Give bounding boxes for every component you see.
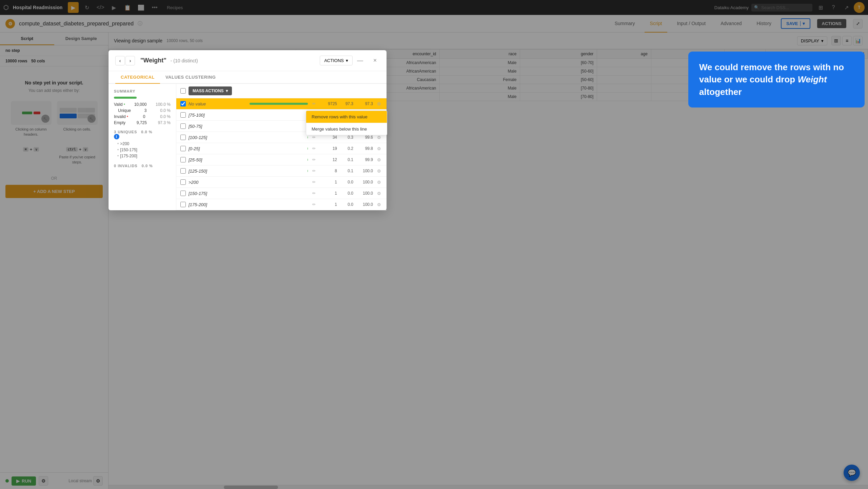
unique-val-3: [175-200]: [114, 153, 171, 159]
value-gear-7[interactable]: ⚙: [376, 179, 382, 185]
modal-title: "Weight": [140, 57, 166, 64]
valid-pct: 100.0 %: [156, 102, 171, 107]
invalids-title: 0 INVALIDS: [114, 164, 138, 168]
value-row-8: [150-175] ✏ 1 0.0 100.0 ⚙: [176, 188, 387, 199]
invalid-count: 0: [143, 114, 145, 119]
empty-label: Empty: [114, 120, 125, 125]
value-gear-5[interactable]: ⚙: [376, 156, 382, 163]
value-edit-9[interactable]: ✏: [311, 201, 317, 208]
context-remove-rows[interactable]: Remove rows with this value: [306, 111, 387, 123]
unique-count: 3: [144, 108, 147, 113]
modal-actions-label: ACTIONS: [324, 58, 344, 63]
modal-tab-bar: CATEGORICAL VALUES CLUSTERING: [108, 71, 387, 84]
value-pct-7: 0.0: [340, 180, 353, 184]
value-bar-5: [308, 159, 308, 161]
invalid-label: Invalid: [114, 114, 128, 119]
value-bar-3: [308, 136, 308, 138]
unique-label: Unique: [118, 108, 131, 113]
value-name-8: [150-175]: [189, 191, 247, 196]
empty-pct: 97.3 %: [158, 120, 171, 125]
value-bar-0: [250, 103, 308, 105]
value-name-3: [100-125]: [189, 135, 305, 140]
value-name-9: [175-200]: [189, 202, 247, 207]
modal-navigation: ‹ ›: [115, 56, 135, 65]
mass-actions-button[interactable]: MASS ACTIONS ▾: [189, 86, 232, 95]
value-name-4: [0-25]: [189, 146, 305, 151]
summary-invalid-row: Invalid 0 0.0 %: [114, 114, 171, 119]
invalids-pct: 0.0 %: [142, 164, 153, 168]
empty-count: 9,725: [137, 120, 147, 125]
value-pct-0: 97.3: [340, 101, 353, 106]
modal-tab-clustering[interactable]: VALUES CLUSTERING: [160, 71, 221, 84]
value-checkbox-4[interactable]: [180, 146, 186, 151]
value-edit-6[interactable]: ✏: [311, 168, 317, 174]
value-gear-0[interactable]: ⚙: [376, 100, 382, 107]
modal-close-button[interactable]: ×: [370, 56, 380, 65]
value-count-8: 1: [320, 191, 337, 196]
modal-header: ‹ › "Weight" - (10 distinct) ACTIONS ▾ —…: [108, 50, 387, 71]
value-edit-0[interactable]: ✏: [311, 100, 317, 107]
value-checkbox-9[interactable]: [180, 202, 186, 207]
value-count-7: 1: [320, 180, 337, 184]
values-toolbar: MASS ACTIONS ▾: [176, 84, 387, 98]
value-name-2: [50-75]: [189, 124, 304, 129]
modal-actions-button[interactable]: ACTIONS ▾: [320, 56, 353, 65]
value-count-6: 8: [320, 169, 337, 173]
modal-actions-chevron: ▾: [346, 58, 348, 63]
value-checkbox-0[interactable]: [180, 101, 186, 106]
value-checkbox-5[interactable]: [180, 157, 186, 162]
modal-values-panel: MASS ACTIONS ▾ No value ✏ 9725 97.3 97.3: [176, 84, 387, 210]
value-checkbox-3[interactable]: [180, 135, 186, 140]
uniques-header: 3 UNIQUES 0.0 % i: [114, 130, 171, 139]
value-name-1: [75-100]: [189, 113, 304, 118]
value-row-6: [125-150] ✏ 8 0.1 100.0 ⚙: [176, 165, 387, 177]
summary-bar: [114, 97, 137, 99]
value-pct-4: 0.2: [340, 146, 353, 151]
value-cum-0: 97.3: [356, 101, 373, 106]
value-count-3: 34: [320, 135, 337, 140]
value-edit-8[interactable]: ✏: [311, 190, 317, 197]
value-checkbox-2[interactable]: [180, 123, 186, 129]
value-gear-4[interactable]: ⚙: [376, 145, 382, 152]
value-cum-8: 100.0: [356, 191, 373, 196]
value-gear-8[interactable]: ⚙: [376, 190, 382, 197]
unique-val-1: >200: [114, 141, 171, 147]
summary-title: SUMMARY: [114, 89, 171, 93]
value-row-9: [175-200] ✏ 1 0.0 100.0 ⚙: [176, 199, 387, 210]
context-merge-values[interactable]: Merge values below this line: [306, 123, 387, 135]
modal-minimize-button[interactable]: —: [355, 56, 365, 65]
modal-summary-panel: SUMMARY Valid 10,000 100.0 % Unique 3 0.…: [108, 84, 176, 210]
value-name-0: No value: [189, 101, 247, 106]
weight-modal: ‹ › "Weight" - (10 distinct) ACTIONS ▾ —…: [108, 50, 387, 210]
modal-subtitle: - (10 distinct): [171, 58, 198, 63]
context-menu: Remove rows with this value Merge values…: [306, 111, 387, 135]
unique-val-2: [150-175]: [114, 147, 171, 153]
summary-unique-row: Unique 3 0.0 %: [114, 108, 171, 113]
value-checkbox-6[interactable]: [180, 168, 186, 174]
valid-count: 10,000: [134, 102, 147, 107]
uniques-pct: 0.0 %: [141, 130, 152, 134]
value-cum-6: 100.0: [356, 169, 373, 173]
value-gear-6[interactable]: ⚙: [376, 168, 382, 174]
value-row-7: >200 ✏ 1 0.0 100.0 ⚙: [176, 177, 387, 188]
tooltip-text2: altogether: [699, 87, 742, 97]
value-edit-5[interactable]: ✏: [311, 156, 317, 163]
value-count-4: 19: [320, 146, 337, 151]
value-checkbox-7[interactable]: [180, 179, 186, 185]
mass-actions-chevron: ▾: [226, 89, 228, 93]
value-checkbox-1[interactable]: [180, 112, 186, 118]
modal-next-button[interactable]: ›: [125, 56, 135, 65]
value-bar-4: [308, 148, 308, 150]
value-edit-4[interactable]: ✏: [311, 145, 317, 152]
modal-prev-button[interactable]: ‹: [115, 56, 125, 65]
select-all-checkbox[interactable]: [180, 88, 186, 94]
modal-tab-categorical[interactable]: CATEGORICAL: [115, 71, 160, 84]
tooltip-emphasis: Weight: [797, 74, 827, 84]
value-checkbox-8[interactable]: [180, 191, 186, 196]
modal-overlay: ‹ › "Weight" - (10 distinct) ACTIONS ▾ —…: [0, 0, 868, 489]
info-button[interactable]: i: [114, 134, 119, 139]
value-row-4: [0-25] ✏ 19 0.2 99.8 ⚙: [176, 143, 387, 154]
value-edit-7[interactable]: ✏: [311, 179, 317, 185]
invalid-pct: 0.0 %: [160, 114, 171, 119]
value-gear-9[interactable]: ⚙: [376, 201, 382, 208]
